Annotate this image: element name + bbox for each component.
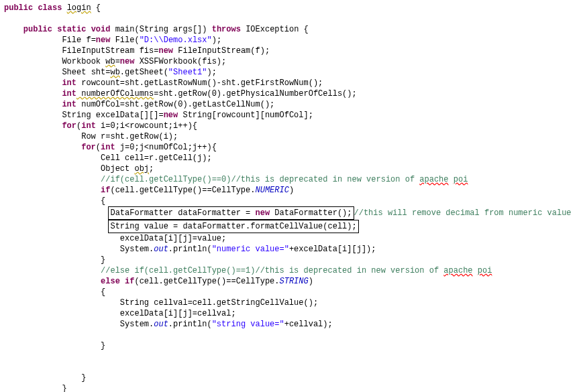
method-main: main	[115, 25, 135, 34]
comment: //else if(cell.getCellType()==1)//this i…	[101, 266, 492, 275]
comment: //if(cell.getCellType()==0)//this is dep…	[101, 175, 468, 184]
kw-void: void	[91, 25, 111, 34]
highlighted-box: String value = dataFormatter.formatCellV…	[108, 220, 358, 233]
kw-throws: throws	[212, 25, 241, 34]
kw-static: static	[57, 25, 86, 34]
class-name: login	[67, 3, 91, 13]
highlighted-box: DataFormatter dataFormatter = new DataFo…	[108, 206, 354, 220]
string-literal: "D:\\Demo.xlsx"	[140, 36, 212, 45]
kw-class: class	[38, 3, 62, 13]
code-block: public class login { public static void …	[0, 0, 585, 392]
kw-public: public	[4, 3, 33, 13]
kw-public: public	[23, 25, 52, 34]
